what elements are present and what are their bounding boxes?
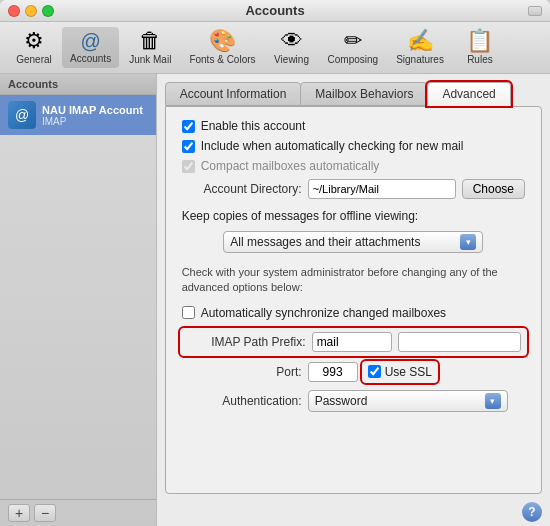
sidebar-header: Accounts	[0, 74, 156, 95]
enable-account-label: Enable this account	[201, 119, 306, 133]
include-account-row: Include when automatically checking for …	[182, 139, 525, 153]
toolbar-item-junk[interactable]: 🗑 Junk Mail	[121, 26, 179, 69]
offline-dropdown[interactable]: All messages and their attachments ▾	[223, 231, 483, 253]
toolbar-item-general[interactable]: ⚙ General	[8, 26, 60, 69]
imap-path-row: IMAP Path Prefix:	[182, 330, 525, 354]
use-ssl-label: Use SSL	[385, 365, 432, 379]
main-window: Accounts ⚙ General @ Accounts 🗑 Junk Mai…	[0, 0, 550, 526]
window-title: Accounts	[245, 3, 304, 18]
rules-icon: 📋	[466, 30, 493, 52]
account-directory-label: Account Directory:	[182, 182, 302, 196]
main-panel: Account Information Mailbox Behaviors Ad…	[157, 74, 550, 526]
enable-account-row: Enable this account	[182, 119, 525, 133]
close-button[interactable]	[8, 5, 20, 17]
toolbar-label-rules: Rules	[467, 54, 493, 65]
tab-mailbox-behaviors[interactable]: Mailbox Behaviors	[300, 82, 428, 106]
toolbar: ⚙ General @ Accounts 🗑 Junk Mail 🎨 Fonts…	[0, 22, 550, 74]
account-info: NAU IMAP Account IMAP	[42, 104, 143, 127]
sidebar: Accounts @ NAU IMAP Account IMAP + −	[0, 74, 157, 526]
fonts-icon: 🎨	[209, 30, 236, 52]
account-type: IMAP	[42, 116, 143, 127]
account-directory-input[interactable]	[308, 179, 456, 199]
compact-mailboxes-checkbox[interactable]	[182, 160, 195, 173]
account-icon: @	[8, 101, 36, 129]
sidebar-list: @ NAU IMAP Account IMAP	[0, 95, 156, 499]
toolbar-label-junk: Junk Mail	[129, 54, 171, 65]
include-account-checkbox[interactable]	[182, 140, 195, 153]
auth-dropdown-arrow-icon: ▾	[485, 393, 501, 409]
compact-mailboxes-label: Compact mailboxes automatically	[201, 159, 380, 173]
general-icon: ⚙	[24, 30, 44, 52]
maximize-button[interactable]	[42, 5, 54, 17]
tab-advanced[interactable]: Advanced	[427, 82, 510, 106]
tab-account-information[interactable]: Account Information	[165, 82, 302, 106]
authentication-label: Authentication:	[182, 394, 302, 408]
account-name: NAU IMAP Account	[42, 104, 143, 116]
enable-account-checkbox[interactable]	[182, 120, 195, 133]
authentication-dropdown[interactable]: Password ▾	[308, 390, 508, 412]
sidebar-footer: + −	[0, 499, 156, 526]
title-bar: Accounts	[0, 0, 550, 22]
sync-row: Automatically synchronize changed mailbo…	[182, 306, 525, 320]
minimize-button[interactable]	[25, 5, 37, 17]
ssl-container: Use SSL	[364, 363, 436, 381]
advisory-text: Check with your system administrator bef…	[182, 265, 525, 296]
add-account-button[interactable]: +	[8, 504, 30, 522]
offline-dropdown-row: All messages and their attachments ▾	[182, 231, 525, 253]
sidebar-account-item[interactable]: @ NAU IMAP Account IMAP	[0, 95, 156, 135]
imap-path-remainder	[398, 332, 521, 352]
viewing-icon: 👁	[281, 30, 303, 52]
toolbar-item-composing[interactable]: ✏ Composing	[320, 26, 387, 69]
toolbar-item-viewing[interactable]: 👁 Viewing	[266, 26, 318, 69]
authentication-value: Password	[315, 394, 485, 408]
toolbar-label-signatures: Signatures	[396, 54, 444, 65]
signatures-icon: ✍	[407, 30, 434, 52]
account-directory-row: Account Directory: Choose	[182, 179, 525, 199]
port-row: Port: Use SSL	[182, 362, 525, 382]
authentication-row: Authentication: Password ▾	[182, 390, 525, 412]
toolbar-label-viewing: Viewing	[274, 54, 309, 65]
sync-checkbox[interactable]	[182, 306, 195, 319]
tab-bar: Account Information Mailbox Behaviors Ad…	[157, 74, 550, 106]
include-account-label: Include when automatically checking for …	[201, 139, 464, 153]
sync-label: Automatically synchronize changed mailbo…	[201, 306, 446, 320]
offline-option-text: All messages and their attachments	[230, 235, 460, 249]
toolbar-item-signatures[interactable]: ✍ Signatures	[388, 26, 452, 69]
toolbar-label-composing: Composing	[328, 54, 379, 65]
toolbar-item-rules[interactable]: 📋 Rules	[454, 26, 506, 69]
port-input[interactable]	[308, 362, 358, 382]
toolbar-label-accounts: Accounts	[70, 53, 111, 64]
port-label: Port:	[182, 365, 302, 379]
composing-icon: ✏	[344, 30, 362, 52]
help-button[interactable]: ?	[522, 502, 542, 522]
imap-path-label: IMAP Path Prefix:	[186, 335, 306, 349]
traffic-lights	[8, 5, 54, 17]
tab-content-advanced: Enable this account Include when automat…	[165, 106, 542, 494]
bottom-bar: ?	[157, 502, 550, 526]
content-area: Accounts @ NAU IMAP Account IMAP + −	[0, 74, 550, 526]
remove-account-button[interactable]: −	[34, 504, 56, 522]
dropdown-arrow-icon: ▾	[460, 234, 476, 250]
junk-icon: 🗑	[139, 30, 161, 52]
resize-handle[interactable]	[528, 6, 542, 16]
toolbar-item-accounts[interactable]: @ Accounts	[62, 27, 119, 68]
toolbar-item-fonts[interactable]: 🎨 Fonts & Colors	[181, 26, 263, 69]
choose-button[interactable]: Choose	[462, 179, 525, 199]
compact-mailboxes-row: Compact mailboxes automatically	[182, 159, 525, 173]
toolbar-label-general: General	[16, 54, 52, 65]
use-ssl-checkbox[interactable]	[368, 365, 381, 378]
offline-label: Keep copies of messages for offline view…	[182, 209, 525, 223]
toolbar-label-fonts: Fonts & Colors	[189, 54, 255, 65]
accounts-icon: @	[80, 31, 100, 51]
imap-path-input[interactable]	[312, 332, 392, 352]
